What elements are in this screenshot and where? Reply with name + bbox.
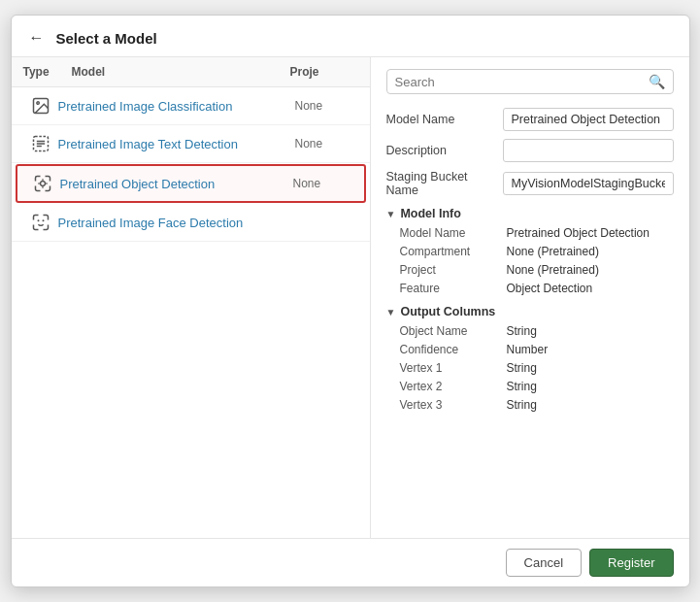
model-table-panel: Type Model Proje Pretrained Image Classi… <box>12 57 371 538</box>
register-button[interactable]: Register <box>589 549 673 577</box>
model-name-input[interactable] <box>503 108 674 131</box>
face-detection-icon <box>23 213 58 232</box>
model-info-section-header[interactable]: ▼ Model Info <box>386 207 674 220</box>
output-object-name-value: String <box>507 324 674 338</box>
description-row: Description <box>386 139 674 162</box>
text-detection-icon <box>23 134 58 153</box>
info-model-name-value: Pretrained Object Detection <box>507 226 674 240</box>
staging-bucket-input[interactable] <box>503 172 674 195</box>
output-vertex1-value: String <box>507 361 674 375</box>
info-row-project: Project None (Pretrained) <box>386 263 674 277</box>
table-row[interactable]: Pretrained Image Text Detection None <box>12 125 370 163</box>
info-compartment-value: None (Pretrained) <box>507 245 674 258</box>
output-vertex3-label: Vertex 3 <box>400 398 507 412</box>
output-row-vertex1: Vertex 1 String <box>386 361 674 375</box>
image-classification-icon <box>23 96 58 116</box>
info-row-compartment: Compartment None (Pretrained) <box>386 245 674 258</box>
row-project-label: None <box>293 177 356 190</box>
model-info-section-label: Model Info <box>400 207 461 220</box>
info-project-label: Project <box>400 263 507 277</box>
output-object-name-label: Object Name <box>400 324 507 338</box>
output-row-object-name: Object Name String <box>386 324 674 338</box>
staging-bucket-field-wrapper <box>503 172 674 195</box>
model-name-label: Model Name <box>386 113 503 126</box>
output-columns-section-label: Output Columns <box>400 305 495 318</box>
model-name-row: Model Name <box>386 108 674 131</box>
output-confidence-value: Number <box>507 343 674 356</box>
dialog-title: Select a Model <box>56 30 157 47</box>
col-type-header: Type <box>23 65 72 79</box>
search-input[interactable] <box>395 75 649 89</box>
output-vertex1-label: Vertex 1 <box>400 361 507 375</box>
output-vertex2-label: Vertex 2 <box>400 380 507 393</box>
staging-bucket-row: Staging Bucket Name <box>386 170 674 197</box>
staging-bucket-label: Staging Bucket Name <box>386 170 503 197</box>
collapse-triangle-icon: ▼ <box>386 209 396 219</box>
form-section: Model Name Description Staging Bucket Na… <box>386 108 674 538</box>
cancel-button[interactable]: Cancel <box>506 549 582 577</box>
row-model-label: Pretrained Image Face Detection <box>58 216 295 230</box>
output-row-vertex3: Vertex 3 String <box>386 398 674 412</box>
output-row-confidence: Confidence Number <box>386 343 674 356</box>
svg-point-12 <box>42 219 44 221</box>
output-confidence-label: Confidence <box>400 343 507 356</box>
row-project-label: None <box>295 137 358 150</box>
object-detection-icon <box>25 174 60 193</box>
description-label: Description <box>386 144 503 157</box>
search-bar[interactable]: 🔍 <box>386 69 674 94</box>
search-icon: 🔍 <box>649 74 665 89</box>
model-form-panel: 🔍 Model Name Description Stag <box>371 57 689 538</box>
col-project-header: Proje <box>290 65 358 79</box>
info-feature-value: Object Detection <box>507 282 674 295</box>
model-name-field-wrapper <box>503 108 674 131</box>
info-row-model-name: Model Name Pretrained Object Detection <box>386 226 674 240</box>
info-model-name-label: Model Name <box>400 226 507 240</box>
row-model-label: Pretrained Object Detection <box>60 177 293 191</box>
svg-point-11 <box>37 219 39 221</box>
info-project-value: None (Pretrained) <box>507 263 674 277</box>
output-vertex2-value: String <box>507 380 674 393</box>
dialog-footer: Cancel Register <box>12 538 689 586</box>
output-columns-section-header[interactable]: ▼ Output Columns <box>386 305 674 318</box>
svg-point-6 <box>40 182 45 186</box>
col-model-header: Model <box>72 65 290 79</box>
row-model-label: Pretrained Image Text Detection <box>58 137 295 151</box>
output-vertex3-value: String <box>507 398 674 412</box>
info-feature-label: Feature <box>400 282 507 295</box>
table-row-selected[interactable]: Pretrained Object Detection None <box>16 164 366 203</box>
table-row[interactable]: Pretrained Image Face Detection <box>12 204 370 242</box>
output-row-vertex2: Vertex 2 String <box>386 380 674 393</box>
table-row[interactable]: Pretrained Image Classification None <box>12 87 370 125</box>
row-project-label: None <box>295 99 358 113</box>
table-header: Type Model Proje <box>12 57 370 87</box>
table-rows-container: Pretrained Image Classification None Pre… <box>12 87 370 538</box>
svg-point-1 <box>36 102 39 105</box>
info-row-feature: Feature Object Detection <box>386 282 674 295</box>
description-input[interactable] <box>503 139 674 162</box>
info-compartment-label: Compartment <box>400 245 507 258</box>
back-button[interactable]: ← <box>29 29 45 47</box>
collapse-triangle-icon-2: ▼ <box>386 307 396 318</box>
dialog-header: ← Select a Model <box>12 16 689 57</box>
select-model-dialog: ← Select a Model Type Model Proje <box>11 15 690 587</box>
row-model-label: Pretrained Image Classification <box>58 99 295 114</box>
dialog-body: Type Model Proje Pretrained Image Classi… <box>12 57 689 538</box>
description-field-wrapper <box>503 139 674 162</box>
